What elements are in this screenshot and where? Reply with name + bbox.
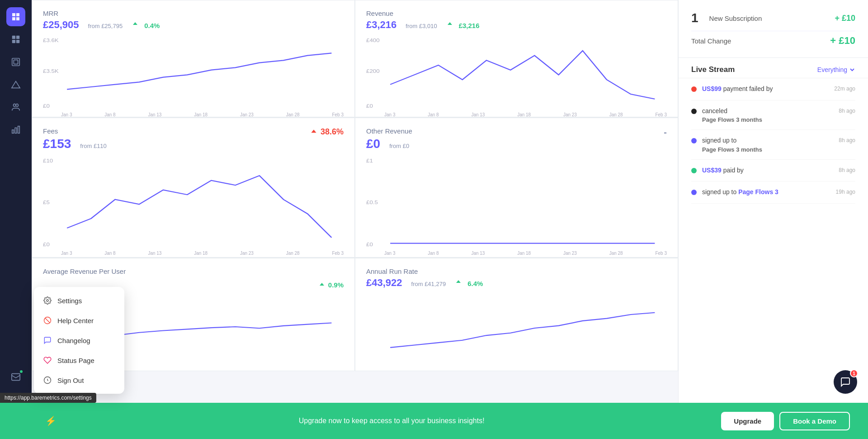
event-signup: signed up to Page Flows 3 months 8h ago xyxy=(691,130,855,160)
fees-from: from £110 xyxy=(80,143,107,149)
book-demo-button[interactable]: Book a Demo xyxy=(779,412,850,430)
svg-line-29 xyxy=(47,380,48,381)
mrr-value: £25,905 xyxy=(43,19,79,31)
chat-button[interactable]: 1 xyxy=(834,370,857,394)
menu-settings-label: Settings xyxy=(57,297,82,305)
mrr-change: 0.4% xyxy=(144,22,160,29)
upgrade-button[interactable]: Upgrade xyxy=(721,412,774,430)
mrr-chart-card: MRR £25,905 from £25,795 0.4% £3.6K £3.5… xyxy=(32,0,355,117)
total-change-value: + £10 xyxy=(830,35,855,47)
settings-icon xyxy=(43,296,52,305)
event-time-1: 22m ago xyxy=(834,86,855,92)
menu-changelog[interactable]: Changelog xyxy=(34,330,124,350)
event-text-1: US$99 payment failed by xyxy=(702,85,829,94)
mrr-x-labels: Jan 3Jan 8Jan 13Jan 18Jan 23Jan 28Feb 3 xyxy=(43,112,344,117)
svg-text:£200: £200 xyxy=(366,68,380,74)
menu-status[interactable]: Status Page xyxy=(34,350,124,370)
fees-chart-card: Fees £153 from £110 38.6% £10 £5 £0 xyxy=(32,118,355,258)
other-revenue-chart: £1 £0.5 £0 Jan 3Jan 8Jan 13Jan 18Jan 23J… xyxy=(366,157,667,247)
menu-help[interactable]: Help Center xyxy=(34,310,124,330)
svg-rect-0 xyxy=(12,36,15,39)
svg-rect-3 xyxy=(16,40,19,43)
sidebar-icon-dashboard[interactable] xyxy=(6,30,25,49)
svg-text:£3.6K: £3.6K xyxy=(43,38,59,43)
fees-change: 38.6% xyxy=(321,127,344,137)
event-time-3: 8h ago xyxy=(839,137,855,143)
revenue-chart-card: Revenue £3,216 from £3,010 £3,216 £400 £… xyxy=(355,0,678,117)
revenue-title: Revenue xyxy=(366,10,667,17)
right-panel: 1 New Subscription + £10 Total Change + … xyxy=(678,0,868,403)
menu-status-label: Status Page xyxy=(57,357,94,364)
fees-x-labels: Jan 3Jan 8Jan 13Jan 18Jan 23Jan 28Feb 3 xyxy=(43,251,344,256)
event-canceled: canceled Page Flows 3 months 8h ago xyxy=(691,100,855,130)
menu-signout-label: Sign Out xyxy=(57,377,84,384)
context-menu: Settings Help Center Changelog Status Pa… xyxy=(34,287,124,394)
arr-from: from £41,279 xyxy=(411,281,446,287)
arr-change: 6.4% xyxy=(467,280,483,287)
arr-chart-card: Annual Run Rate £43,922 from £41,279 6.4… xyxy=(355,258,678,371)
filter-label: Everything xyxy=(817,66,847,73)
mrr-chart: £3.6K £3.5K £0 Jan 3Jan 8Jan 13Jan 18Jan… xyxy=(43,36,344,109)
sidebar xyxy=(0,0,32,439)
sidebar-icon-mail[interactable] xyxy=(6,367,25,387)
subscription-box: 1 New Subscription + £10 Total Change + … xyxy=(679,0,868,58)
url-tooltip: https://app.baremetrics.com/settings xyxy=(0,393,96,403)
event-text-5: signed up to Page Flows 3 xyxy=(702,188,830,197)
arr-chart xyxy=(366,294,667,362)
event-content-4: US$39 paid by xyxy=(702,166,833,175)
sidebar-icon-chart[interactable] xyxy=(6,120,25,139)
svg-text:£400: £400 xyxy=(366,38,380,43)
other-revenue-x-labels: Jan 3Jan 8Jan 13Jan 18Jan 23Jan 28Feb 3 xyxy=(366,251,667,256)
svg-text:£0: £0 xyxy=(366,242,373,247)
svg-text:£0.5: £0.5 xyxy=(366,200,378,205)
fees-title: Fees xyxy=(43,127,344,135)
sidebar-icon-logo[interactable] xyxy=(6,7,25,26)
live-stream-filter[interactable]: Everything xyxy=(817,66,855,73)
event-payment-failed: US$99 payment failed by 22m ago xyxy=(691,78,855,100)
sidebar-icon-layers[interactable] xyxy=(6,52,25,72)
svg-rect-5 xyxy=(14,60,18,64)
svg-text:£10: £10 xyxy=(43,158,53,163)
svg-rect-10 xyxy=(18,126,20,134)
svg-point-6 xyxy=(14,104,16,107)
menu-help-label: Help Center xyxy=(57,317,94,324)
subscription-count: 1 xyxy=(691,11,698,25)
subscription-value: + £10 xyxy=(835,14,855,23)
banner-icon: ⚡ xyxy=(45,415,57,426)
other-revenue-chart-card: Other Revenue £0 from £0 - £1 £0.5 £0 xyxy=(355,118,678,258)
mrr-title: MRR xyxy=(43,10,344,17)
sidebar-icon-people[interactable] xyxy=(6,98,25,117)
svg-text:£0: £0 xyxy=(43,242,50,247)
subscription-label: New Subscription xyxy=(709,14,762,22)
svg-text:£0: £0 xyxy=(366,103,373,109)
fees-chart: £10 £5 £0 Jan 3Jan 8Jan 13Jan 18Jan 23Ja… xyxy=(43,157,344,247)
revenue-chart: £400 £200 £0 Jan 3Jan 8Jan 13Jan 18Jan 2… xyxy=(366,36,667,109)
changelog-icon xyxy=(43,336,52,345)
live-stream-header: Live Stream Everything xyxy=(679,58,868,78)
menu-signout[interactable]: Sign Out xyxy=(34,370,124,390)
total-change-label: Total Change xyxy=(691,37,731,45)
event-dot-blue-1 xyxy=(691,138,697,143)
menu-settings[interactable]: Settings xyxy=(34,291,124,310)
event-time-5: 19h ago xyxy=(836,189,855,195)
event-sub-2: Page Flows 3 months xyxy=(702,116,833,123)
arpu-title: Average Revenue Per User xyxy=(43,267,344,275)
arpu-change: 0.9% xyxy=(328,281,344,289)
event-sub-3: Page Flows 3 months xyxy=(702,146,833,153)
event-text-2: canceled xyxy=(702,107,833,116)
event-text-3: signed up to xyxy=(702,136,833,145)
svg-rect-11 xyxy=(12,374,20,381)
svg-rect-2 xyxy=(12,40,15,43)
bottom-banner: ⚡ Upgrade now to keep access to all your… xyxy=(0,403,868,439)
svg-rect-8 xyxy=(12,130,14,133)
sidebar-icon-triangle[interactable] xyxy=(6,75,25,94)
svg-rect-1 xyxy=(16,36,19,39)
revenue-x-labels: Jan 3Jan 8Jan 13Jan 18Jan 23Jan 28Feb 3 xyxy=(366,112,667,117)
live-stream-events: US$99 payment failed by 22m ago canceled… xyxy=(679,78,868,204)
fees-value: £153 xyxy=(43,137,71,151)
other-revenue-from: from £0 xyxy=(389,143,409,149)
event-content-1: US$99 payment failed by xyxy=(702,85,829,94)
event-dot-black xyxy=(691,109,697,114)
event-time-4: 8h ago xyxy=(839,167,855,173)
status-icon xyxy=(43,356,52,365)
